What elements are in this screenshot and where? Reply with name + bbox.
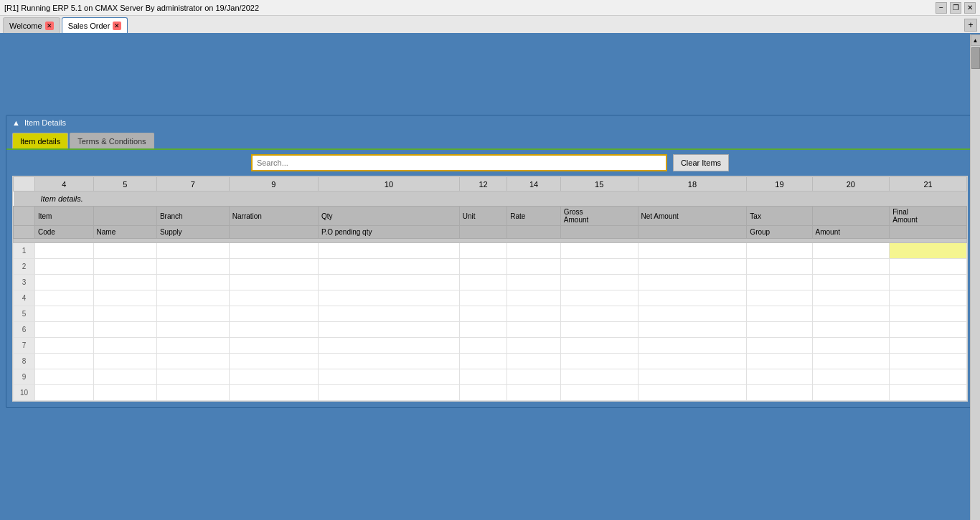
table-row[interactable]: 1 [14,243,967,259]
cell-code[interactable] [35,243,94,259]
cell-rate[interactable] [507,306,561,322]
cell-qty[interactable] [319,243,460,259]
cell-narration[interactable] [229,275,318,290]
cell-tax-amount[interactable] [812,306,890,322]
cell-code[interactable] [35,275,94,290]
cell-unit[interactable] [459,306,507,322]
cell-supply[interactable] [156,243,229,259]
table-row[interactable]: 2 [14,259,967,275]
cell-supply[interactable] [156,322,229,338]
cell-unit[interactable] [459,275,507,290]
cell-narration[interactable] [229,322,318,338]
cell-code[interactable] [35,354,94,369]
cell-narration[interactable] [229,354,318,369]
cell-unit[interactable] [459,338,507,354]
cell-net[interactable] [638,290,747,306]
cell-tax-amount[interactable] [812,369,890,385]
cell-gross[interactable] [560,369,638,385]
cell-final[interactable] [890,354,967,369]
cell-net[interactable] [638,322,747,338]
cell-final[interactable] [890,306,967,322]
cell-final[interactable] [890,290,967,306]
cell-net[interactable] [638,338,747,354]
cell-rate[interactable] [507,385,561,401]
cell-tax-group[interactable] [747,306,812,322]
table-row[interactable]: 8 [14,354,967,369]
cell-supply[interactable] [156,290,229,306]
cell-tax-amount[interactable] [812,338,890,354]
cell-rate[interactable] [507,338,561,354]
tab-item-details[interactable]: Item details [12,133,68,148]
cell-qty[interactable] [319,259,460,275]
cell-qty[interactable] [319,385,460,401]
cell-supply[interactable] [156,369,229,385]
scroll-thumb[interactable] [971,47,980,69]
table-row[interactable]: 3 [14,275,967,290]
cell-gross[interactable] [560,243,638,259]
cell-net[interactable] [638,369,747,385]
cell-name[interactable] [93,306,156,322]
cell-unit[interactable] [459,290,507,306]
cell-narration[interactable] [229,259,318,275]
cell-name[interactable] [93,259,156,275]
grid-container[interactable]: 4 5 7 9 10 12 14 15 18 19 20 21 [12,176,968,402]
cell-name[interactable] [93,369,156,385]
cell-tax-amount[interactable] [812,290,890,306]
minimize-button[interactable]: − [936,2,947,14]
tab-terms-conditions[interactable]: Terms & Conditions [70,133,154,148]
table-row[interactable]: 5 [14,306,967,322]
cell-unit[interactable] [459,322,507,338]
cell-rate[interactable] [507,275,561,290]
cell-supply[interactable] [156,385,229,401]
cell-tax-amount[interactable] [812,259,890,275]
cell-gross[interactable] [560,354,638,369]
scroll-up-arrow[interactable]: ▲ [971,34,981,46]
collapse-icon[interactable]: ▲ [12,118,20,127]
cell-unit[interactable] [459,243,507,259]
cell-name[interactable] [93,354,156,369]
cell-rate[interactable] [507,369,561,385]
cell-supply[interactable] [156,275,229,290]
cell-gross[interactable] [560,259,638,275]
cell-code[interactable] [35,338,94,354]
cell-narration[interactable] [229,306,318,322]
cell-tax-amount[interactable] [812,385,890,401]
cell-tax-group[interactable] [747,322,812,338]
cell-tax-group[interactable] [747,259,812,275]
cell-tax-amount[interactable] [812,243,890,259]
cell-tax-group[interactable] [747,354,812,369]
cell-tax-group[interactable] [747,275,812,290]
cell-code[interactable] [35,290,94,306]
cell-rate[interactable] [507,290,561,306]
cell-tax-group[interactable] [747,290,812,306]
cell-tax-group[interactable] [747,243,812,259]
cell-unit[interactable] [459,385,507,401]
cell-supply[interactable] [156,306,229,322]
cell-gross[interactable] [560,290,638,306]
table-row[interactable]: 6 [14,322,967,338]
cell-gross[interactable] [560,338,638,354]
cell-tax-amount[interactable] [812,275,890,290]
cell-gross[interactable] [560,385,638,401]
cell-supply[interactable] [156,259,229,275]
cell-tax-amount[interactable] [812,322,890,338]
cell-code[interactable] [35,306,94,322]
cell-net[interactable] [638,243,747,259]
cell-qty[interactable] [319,338,460,354]
cell-unit[interactable] [459,369,507,385]
cell-code[interactable] [35,369,94,385]
tab-sales-order[interactable]: Sales Order ✕ [62,17,128,33]
cell-name[interactable] [93,290,156,306]
cell-gross[interactable] [560,306,638,322]
cell-qty[interactable] [319,275,460,290]
cell-unit[interactable] [459,259,507,275]
cell-tax-group[interactable] [747,369,812,385]
cell-tax-group[interactable] [747,338,812,354]
cell-gross[interactable] [560,322,638,338]
cell-name[interactable] [93,322,156,338]
cell-rate[interactable] [507,243,561,259]
cell-narration[interactable] [229,385,318,401]
cell-name[interactable] [93,243,156,259]
cell-tax-amount[interactable] [812,354,890,369]
cell-final[interactable] [890,243,967,259]
